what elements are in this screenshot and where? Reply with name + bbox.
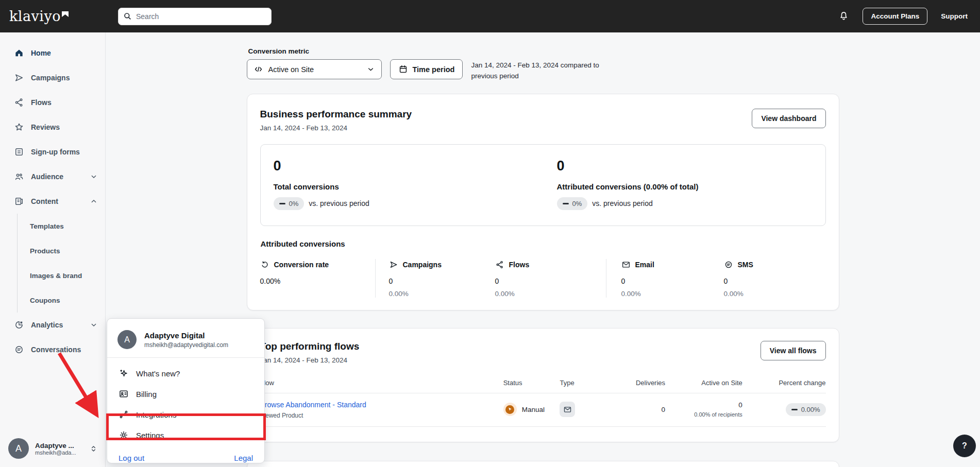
- search-input[interactable]: [118, 8, 272, 25]
- people-icon: [14, 171, 24, 182]
- change-pill: 0%: [557, 197, 588, 210]
- flow-deliveries: 0: [609, 406, 665, 413]
- support-link[interactable]: Support: [941, 12, 968, 20]
- sidebar-item-signup-forms[interactable]: Sign-up forms: [0, 140, 105, 164]
- col-percent-change: Percent change: [742, 379, 826, 387]
- code-icon: [254, 64, 263, 74]
- business-performance-card: Business performance summary Jan 14, 202…: [247, 94, 839, 310]
- col-status: Status: [503, 379, 560, 387]
- metric-sub-value: 0.00%: [621, 290, 724, 298]
- flow-trigger: Viewed Product: [260, 412, 503, 419]
- sidebar: Home Campaigns Flows Reviews Sign-up for…: [0, 32, 106, 467]
- time-period-button[interactable]: Time period: [390, 59, 463, 79]
- flow-table-row: Browse Abandonment - Standard Viewed Pro…: [260, 393, 826, 427]
- flag-icon: [62, 10, 69, 19]
- flow-active-value: 0: [665, 401, 742, 409]
- flat-trend-icon: [791, 409, 798, 410]
- chat-icon: [14, 344, 24, 355]
- menu-account-name: Adaptyve Digital: [144, 331, 228, 340]
- email-icon: [621, 260, 631, 269]
- conversion-metric-select[interactable]: Active on Site: [247, 59, 382, 79]
- change-note: vs. previous period: [592, 199, 653, 207]
- attributed-conversions-title: Attributed conversions: [261, 239, 826, 248]
- log-out-link[interactable]: Log out: [119, 454, 144, 462]
- star-icon: [14, 122, 24, 132]
- time-period-label: Time period: [413, 65, 455, 74]
- card-date-range: Jan 14, 2024 - Feb 13, 2024: [260, 356, 360, 364]
- card-title: Business performance summary: [260, 109, 412, 120]
- metric-label: Email: [635, 261, 654, 269]
- col-flow: Flow: [260, 379, 503, 387]
- search-icon: [123, 11, 133, 22]
- menu-item-label: What's new?: [136, 369, 180, 378]
- sidebar-item-products[interactable]: Products: [18, 238, 105, 263]
- sidebar-label: Analytics: [31, 321, 63, 329]
- sidebar-item-audience[interactable]: Audience: [0, 164, 105, 189]
- refresh-icon: [260, 260, 269, 269]
- account-switcher[interactable]: A Adaptyve ... msheikh@ada...: [0, 434, 105, 463]
- chevron-up-icon: [90, 197, 98, 205]
- flow-active-sub: 0.00% of recipients: [665, 411, 742, 418]
- sidebar-item-content[interactable]: Content: [0, 189, 105, 214]
- sidebar-item-flows[interactable]: Flows: [0, 90, 105, 115]
- conversion-metric-label: Conversion metric: [248, 47, 839, 55]
- content-icon: [14, 196, 24, 206]
- calendar-icon: [398, 64, 408, 74]
- send-icon: [389, 260, 398, 269]
- flow-name-link[interactable]: Browse Abandonment - Standard: [260, 401, 366, 409]
- notifications-bell-icon[interactable]: [838, 11, 849, 22]
- percent-change-pill: 0.00%: [786, 403, 826, 416]
- sidebar-label: Campaigns: [31, 74, 70, 82]
- logo-text: klaviyo: [9, 9, 61, 23]
- col-deliveries: Deliveries: [609, 379, 665, 387]
- menu-item-settings[interactable]: Settings: [107, 425, 264, 445]
- send-icon: [14, 73, 24, 83]
- sidebar-label: Sign-up forms: [31, 148, 80, 156]
- sidebar-item-analytics[interactable]: Analytics: [0, 313, 105, 337]
- menu-account-email: msheikh@adaptyvedigital.com: [144, 341, 228, 349]
- menu-item-label: Settings: [136, 431, 164, 440]
- sidebar-item-home[interactable]: Home: [0, 41, 105, 65]
- view-all-flows-button[interactable]: View all flows: [761, 341, 826, 360]
- up-down-chevron-icon: [89, 444, 98, 453]
- manual-status-icon: [503, 403, 517, 416]
- metric-sub-value: 0.00%: [495, 290, 606, 298]
- klaviyo-logo[interactable]: klaviyo: [9, 9, 69, 23]
- sidebar-label: Reviews: [31, 123, 60, 131]
- sidebar-item-coupons[interactable]: Coupons: [18, 288, 105, 313]
- sidebar-item-images-brand[interactable]: Images & brand: [18, 263, 105, 288]
- menu-item-label: Billing: [136, 390, 157, 399]
- sidebar-label: Conversations: [31, 345, 81, 354]
- sidebar-item-conversations[interactable]: Conversations: [0, 337, 105, 362]
- metric-value: 0: [389, 277, 495, 285]
- date-range-note: Jan 14, 2024 - Feb 13, 2024 compared to …: [471, 59, 610, 82]
- help-button[interactable]: ?: [953, 435, 976, 457]
- account-plans-button[interactable]: Account Plans: [863, 8, 927, 25]
- sidebar-item-templates[interactable]: Templates: [18, 214, 105, 238]
- account-email: msheikh@ada...: [35, 449, 76, 456]
- col-type: Type: [560, 379, 609, 387]
- sidebar-label: Audience: [31, 172, 63, 181]
- sidebar-item-campaigns[interactable]: Campaigns: [0, 65, 105, 90]
- flat-trend-icon: [563, 203, 569, 204]
- chevron-down-icon: [366, 65, 375, 74]
- metric-sub-value: 0.00%: [724, 290, 826, 298]
- menu-item-whats-new[interactable]: What's new?: [107, 363, 264, 384]
- flow-icon: [495, 260, 504, 269]
- account-name: Adaptyve ...: [35, 442, 76, 449]
- total-conversions-value: 0: [274, 158, 557, 174]
- menu-item-billing[interactable]: Billing: [107, 384, 264, 404]
- flow-icon: [14, 97, 24, 108]
- sidebar-item-reviews[interactable]: Reviews: [0, 115, 105, 140]
- legal-link[interactable]: Legal: [234, 454, 253, 462]
- view-dashboard-button[interactable]: View dashboard: [752, 109, 825, 128]
- billing-card-icon: [119, 389, 129, 399]
- integrations-icon: [119, 409, 129, 420]
- change-pill: 0%: [274, 197, 305, 210]
- menu-item-integrations[interactable]: Integrations: [107, 404, 264, 425]
- form-icon: [14, 147, 24, 157]
- pie-icon: [14, 320, 24, 330]
- avatar: A: [117, 330, 137, 349]
- flow-status: Manual: [522, 406, 545, 413]
- card-title: Top performing flows: [260, 341, 360, 352]
